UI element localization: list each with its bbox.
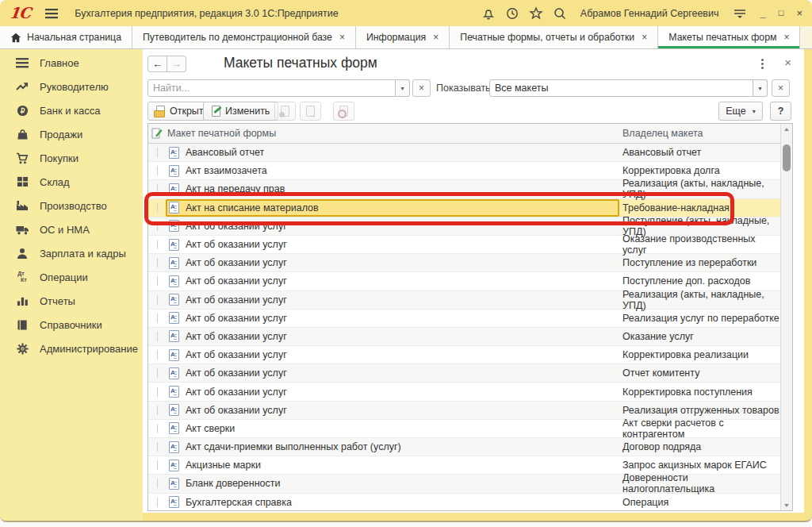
layout-cell[interactable]: Акт об оказании услуг (166, 217, 619, 235)
layout-cell[interactable]: Бухгалтерская справка (166, 494, 619, 510)
search-dropdown-icon[interactable]: ▾ (396, 79, 410, 97)
notifications-bell-icon[interactable] (481, 6, 496, 21)
table-row[interactable]: Акт об оказании услугРеализация (акты, н… (148, 291, 780, 310)
table-row[interactable]: Авансовый отчетАвансовый отчет (148, 144, 780, 162)
owner-cell[interactable]: Доверенности налогоплательщика (619, 475, 780, 492)
maximize-button[interactable]: □ (779, 9, 784, 17)
sidebar-item-gear[interactable]: Администрирование (0, 337, 143, 360)
sidebar-item-book[interactable]: Справочники (0, 313, 143, 337)
doc-restricted-icon-button[interactable] (333, 102, 354, 121)
service-menu-icon[interactable] (732, 6, 748, 21)
table-row[interactable]: Акт об оказании услугРеализация услуг по… (148, 310, 780, 328)
search-icon[interactable] (552, 6, 568, 21)
tab-2[interactable]: Информация× (356, 26, 450, 48)
layout-cell[interactable]: Акт сверки (166, 420, 619, 437)
sidebar-item-bar-chart[interactable]: Отчеты (0, 289, 143, 313)
owner-cell[interactable]: Реализация (акты, накладные, УПД) (619, 291, 780, 309)
scrollbar-thumb[interactable] (783, 144, 791, 171)
sidebar-item-dtkt[interactable]: Дт КтОперации (0, 265, 143, 289)
tab-close-icon[interactable]: × (783, 32, 789, 43)
nav-forward-button[interactable]: → (167, 56, 186, 72)
owner-cell[interactable]: Реализация (акты, накладные, УПД) (619, 180, 780, 198)
help-button[interactable]: ? (770, 102, 791, 121)
table-row[interactable]: Акт сдачи-приемки выполненных работ (усл… (148, 438, 780, 456)
layout-cell[interactable]: Акт об оказании услуг (166, 328, 619, 345)
tab-close-icon[interactable]: × (642, 32, 647, 43)
form-close-icon[interactable]: × (784, 56, 791, 69)
table-row[interactable]: Акт об оказании услугОказание производст… (148, 236, 780, 254)
owner-cell[interactable]: Требование-накладная (619, 199, 780, 217)
main-menu-icon[interactable] (44, 8, 59, 19)
layout-cell[interactable]: Акт об оказании услуг (166, 346, 619, 364)
table-row[interactable]: Акт на передачу правРеализация (акты, на… (148, 180, 780, 198)
history-icon[interactable] (504, 6, 520, 21)
tab-home[interactable]: Начальная страница (0, 26, 132, 48)
owner-cell[interactable]: Авансовый отчет (619, 144, 780, 161)
table-row[interactable]: Акт об оказании услугОказание услуг (148, 328, 780, 346)
nav-back-button[interactable]: ← (147, 56, 167, 72)
owner-cell[interactable]: Реализация услуг по переработке (619, 310, 780, 327)
table-row[interactable]: Бухгалтерская справкаОперация (148, 494, 780, 510)
show-filter-value[interactable]: Все макеты (489, 79, 753, 97)
more-button[interactable]: Еще▾ (718, 102, 763, 121)
owner-cell[interactable]: Запрос акцизных марок ЕГАИС (619, 456, 780, 474)
layout-cell[interactable]: Акт об оказании услуг (166, 402, 619, 419)
edit-button[interactable]: Изменить (203, 102, 278, 121)
owner-cell[interactable]: Отчет комитенту (619, 364, 780, 382)
show-filter-clear-button[interactable]: × (772, 79, 790, 97)
scroll-down-icon[interactable] (781, 500, 792, 510)
minimize-button[interactable]: _ (760, 8, 766, 18)
layout-cell[interactable]: Акт об оказании услуг (166, 310, 619, 327)
close-window-button[interactable]: × (796, 8, 802, 18)
tab-3[interactable]: Печатные формы, отчеты и обработки× (450, 26, 658, 48)
tab-close-icon[interactable]: × (433, 32, 439, 43)
sidebar-item-person[interactable]: Зарплата и кадры (0, 241, 143, 265)
layout-cell[interactable]: Акт сдачи-приемки выполненных работ (усл… (166, 438, 619, 456)
layout-cell[interactable]: Бланк доверенности (166, 475, 619, 492)
layout-cell[interactable]: Акт взаимозачета (166, 162, 619, 179)
table-row[interactable]: Акт сверкиАкт сверки расчетов с контраге… (148, 420, 780, 438)
column-header-layout[interactable]: Макет печатной формы (166, 128, 619, 139)
tab-4[interactable]: Макеты печатных форм× (658, 26, 800, 48)
table-row[interactable]: Акт об оказании услугКорректировка посту… (148, 383, 780, 401)
layout-cell[interactable]: Акт на передачу прав (166, 180, 619, 198)
layout-cell[interactable]: Акцизные марки (166, 456, 619, 474)
owner-cell[interactable]: Поступление из переработки (619, 254, 780, 271)
owner-cell[interactable]: Оказание производственных услуг (619, 236, 780, 253)
doc-person-icon-button[interactable] (274, 102, 296, 121)
owner-cell[interactable]: Поступление (акты, накладные, УПД) (619, 217, 780, 235)
layout-cell[interactable]: Акт об оказании услуг (166, 254, 619, 271)
layout-cell[interactable]: Авансовый отчет (166, 144, 619, 161)
vertical-scrollbar[interactable] (780, 124, 792, 510)
more-menu-dots-icon[interactable] (756, 57, 768, 70)
owner-cell[interactable]: Корректировка поступления (619, 383, 780, 400)
sidebar-item-menu-lines[interactable]: Главное (0, 51, 143, 75)
show-filter-dropdown-icon[interactable]: ▾ (753, 79, 768, 97)
owner-cell[interactable]: Договор подряда (619, 438, 780, 456)
column-header-owner[interactable]: Владелец макета (619, 128, 792, 139)
sidebar-item-bag[interactable]: Продажи (0, 122, 143, 146)
current-user-name[interactable]: Абрамов Геннадий Сергеевич (580, 8, 719, 19)
sidebar-item-factory[interactable]: Производство (0, 194, 143, 217)
sidebar-item-cart[interactable]: Покупки (0, 146, 143, 170)
owner-cell[interactable]: Операция (619, 494, 780, 510)
sidebar-item-grid[interactable]: Склад (0, 170, 143, 194)
layout-cell[interactable]: Акт об оказании услуг (166, 364, 619, 382)
sidebar-item-truck[interactable]: ОС и НМА (0, 217, 143, 241)
owner-cell[interactable]: Акт сверки расчетов с контрагентом (619, 420, 780, 437)
sidebar-item-trend-up[interactable]: Руководителю (0, 75, 143, 98)
layout-cell[interactable]: Акт об оказании услуг (166, 236, 619, 253)
owner-cell[interactable]: Оказание услуг (619, 328, 780, 345)
doc-arrow-icon-button[interactable] (300, 102, 321, 121)
layout-cell[interactable]: Акт об оказании услуг (166, 291, 619, 309)
table-row[interactable]: Бланк доверенностиДоверенности налогопла… (148, 475, 780, 493)
owner-cell[interactable]: Корректировка долга (619, 162, 780, 179)
search-input[interactable] (153, 83, 390, 94)
tab-1[interactable]: Путеводитель по демонстрационной базе× (132, 26, 356, 48)
owner-cell[interactable]: Поступление доп. расходов (619, 272, 780, 290)
tab-close-icon[interactable]: × (339, 32, 345, 43)
owner-cell[interactable]: Корректировка реализации (619, 346, 780, 364)
table-row[interactable]: Акт об оказании услугОтчет комитенту (148, 364, 780, 383)
search-clear-button[interactable]: × (412, 79, 431, 97)
owner-cell[interactable]: Реализация отгруженных товаров (619, 402, 780, 419)
